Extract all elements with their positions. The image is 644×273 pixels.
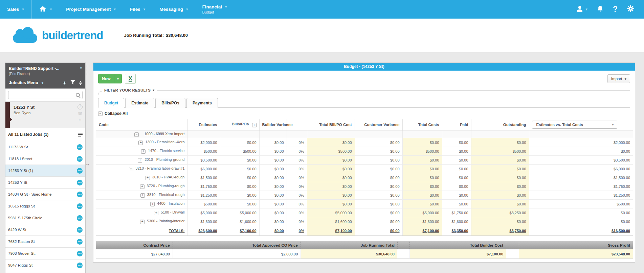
selected-job-name: 14253 Y St [14, 105, 83, 110]
totals-total-costs[interactable]: $7,100.00 [423, 229, 439, 233]
budget-row: +3210 - Framing labor-draw #1$6,000.00$0… [96, 165, 633, 173]
job-list-item[interactable]: 14253 Y St (1)xero [5, 165, 85, 177]
export-excel-button[interactable]: X [125, 74, 136, 84]
cell-total-bill-po: $5,000.00 [307, 208, 355, 217]
house-icon[interactable]: ⌂ [79, 117, 82, 122]
collapse-group-icon[interactable]: − [134, 132, 139, 137]
cell-outstanding: $0.00 [471, 200, 529, 208]
sidebar-header: BuilderTREND Support -... (Eric Fischer)… [5, 63, 85, 89]
totals-customer-variance[interactable]: $0.00 [390, 229, 400, 233]
expand-row-icon[interactable]: + [138, 141, 143, 145]
cell-bills-pos: $1,600.00 [220, 217, 259, 226]
settings-button[interactable] [627, 5, 635, 14]
notifications-button[interactable] [597, 5, 604, 14]
nav-project-management[interactable]: Project Management ▾ [59, 0, 123, 19]
add-bill-po-button[interactable]: + [252, 123, 257, 127]
cell-customer-variance: $0.00 [355, 173, 402, 182]
jobsite-search-input[interactable] [8, 91, 83, 99]
add-jobsite-button[interactable]: + [63, 80, 66, 86]
list-icon[interactable] [78, 132, 83, 137]
expand-row-icon[interactable]: + [150, 202, 155, 206]
budget-row: +5300 - Painting-interior$1,600.00$1,600… [96, 217, 633, 226]
summary-value-link[interactable]: $30,648.00 [376, 252, 395, 256]
job-list-item[interactable]: 5931 S 175th Circlexero [5, 212, 85, 224]
summary-col-label: Total Approved CO Price [173, 241, 301, 249]
cell-total-bill-po: $0.00 [307, 182, 355, 191]
cell-compare: $3,500.00 [529, 156, 633, 165]
summary-value-link[interactable]: $23,548.00 [612, 252, 630, 256]
job-running-total-value: $30,648.00 [166, 33, 188, 38]
expand-row-icon[interactable]: + [141, 149, 146, 154]
gear-icon [627, 5, 635, 14]
account-caret-icon[interactable]: ▾ [80, 66, 82, 70]
job-list-item[interactable]: 14253 Y Stxero [5, 177, 85, 189]
job-name: 16515 Riggs St [8, 204, 35, 208]
expand-row-icon[interactable]: + [154, 211, 158, 215]
nav-home[interactable]: ▾ [31, 0, 59, 19]
totals-compare[interactable]: $16,500.00 [612, 229, 630, 233]
tab-bills-pos[interactable]: Bills/POs [155, 98, 185, 108]
expand-row-icon[interactable]: + [138, 158, 142, 163]
home-icon [39, 5, 47, 14]
caret-down-icon[interactable]: ▾ [42, 81, 44, 85]
row-code-label: 4400 - Insulation [157, 201, 184, 205]
summary-value-link[interactable]: $7,100.00 [487, 252, 503, 256]
nav-financial[interactable]: Financial ▾ Budget [195, 0, 234, 19]
import-button[interactable]: Import ▾ [607, 74, 630, 83]
collapse-all[interactable]: − Collapse All [98, 111, 630, 116]
filter-your-results[interactable]: FILTER YOUR RESULTS ▾ [98, 87, 630, 93]
selected-job-card[interactable]: 14253 Y St Ben Ryan i ✉ ⌂ [5, 102, 85, 128]
xero-badge-icon: xero [77, 180, 83, 185]
tab-estimate[interactable]: Estimate [125, 98, 154, 108]
cell-builder-variance: $0.00 [259, 156, 287, 165]
nav-financial-label: Financial [202, 4, 222, 9]
envelope-icon[interactable]: ✉ [78, 111, 82, 116]
totals-outstanding[interactable]: $3,750.00 [510, 229, 526, 233]
new-button[interactable]: New ▾ [98, 74, 122, 83]
summary-col-value: $23,548.00 [519, 249, 633, 259]
xero-badge-icon: xero [77, 144, 83, 150]
job-list-item[interactable]: 11818 I Streetxero [5, 153, 85, 165]
help-button[interactable]: ? [613, 5, 618, 13]
expand-row-icon[interactable]: + [146, 176, 150, 180]
filter-divider [157, 90, 630, 91]
totals-bills-pos[interactable]: $7,100.00 [240, 229, 257, 233]
job-list-item[interactable]: 6429 W Stxero [5, 224, 85, 236]
tab-payments[interactable]: Payments [186, 98, 218, 108]
expand-row-icon[interactable]: + [140, 193, 145, 198]
expand-row-icon[interactable]: + [140, 220, 145, 224]
panel-drag-handle[interactable] [87, 65, 89, 76]
compare-dropdown[interactable]: Estimates vs. Total Costs ▾ [532, 121, 617, 129]
totals-builder-variance[interactable]: $0.00 [274, 229, 284, 233]
col-header-bills-pos-label: Bills/POs [232, 122, 249, 126]
sort-jobsites-icon[interactable] [79, 81, 82, 85]
compare-dropdown-value: Estimates vs. Total Costs [536, 123, 583, 127]
totals-variance-pct[interactable]: 0% [299, 229, 304, 233]
totals-paid[interactable]: $3,350.00 [452, 229, 468, 233]
sidebar-resize-handle[interactable]: ↔ [85, 161, 90, 167]
job-list-item[interactable]: 16515 Riggs Stxero [5, 200, 85, 212]
totals-total-bill-po[interactable]: $7,100.00 [335, 229, 352, 233]
nav-sales[interactable]: Sales ▾ [0, 0, 31, 19]
job-list-item[interactable]: 11173 W Stxero [5, 141, 85, 153]
jobsites-menu-label[interactable]: Jobsites Menu [9, 80, 38, 85]
job-list-item[interactable]: 7903 Grover St.xero [5, 248, 85, 259]
cell-compare: $0.00 [529, 208, 633, 217]
all-jobs-row[interactable]: All 11 Listed Jobs (1) [5, 128, 85, 141]
info-icon[interactable]: i [77, 104, 83, 109]
user-menu-button[interactable]: ▾ [576, 5, 587, 14]
expand-row-icon[interactable]: + [140, 184, 145, 189]
job-list-item[interactable]: 7632 Easton Stxero [5, 236, 85, 248]
nav-files[interactable]: Files ▾ [123, 0, 152, 19]
job-list-item[interactable]: 9847 Riggs Stxero [5, 259, 85, 271]
expand-row-icon[interactable]: + [129, 167, 133, 171]
cell-variance-pct: 0% [287, 217, 307, 226]
nav-messaging[interactable]: Messaging ▾ [152, 0, 195, 19]
job-list-item[interactable]: 14634 G St - Spec Homexero [5, 189, 85, 200]
nav-right-icons: ▾ ? [576, 0, 644, 19]
totals-estimates[interactable]: $23,600.00 [198, 229, 217, 233]
row-code-label: 3720 - Plumbing-rough [147, 184, 185, 188]
tab-budget[interactable]: Budget [98, 98, 124, 108]
totals-label[interactable]: TOTALS: [169, 229, 185, 233]
filter-jobsites-icon[interactable] [70, 80, 75, 86]
